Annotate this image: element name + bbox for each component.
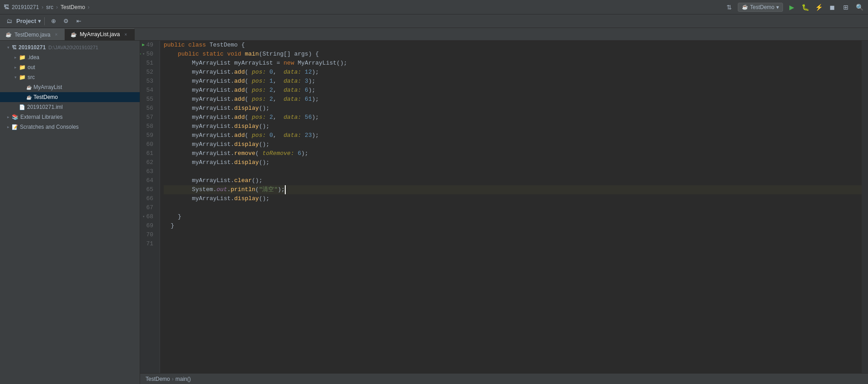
comma-55: , bbox=[273, 95, 280, 104]
brace-49: { bbox=[241, 41, 245, 50]
code-line-57: myArrayList.add( pos: 2, data: 56); bbox=[164, 113, 862, 122]
myarraylist-label: MyArrayList bbox=[33, 84, 62, 90]
line-49: ▶ 49 bbox=[140, 41, 156, 50]
method-main: main bbox=[245, 50, 259, 59]
breadcrumb-bar: TestDemo › main() bbox=[140, 373, 868, 384]
indent-62 bbox=[164, 158, 192, 167]
indent-54 bbox=[164, 86, 192, 95]
num-56-57: 56 bbox=[305, 113, 312, 122]
indent-66 bbox=[164, 194, 192, 203]
semi-52: ); bbox=[312, 68, 319, 77]
comma-57: , bbox=[273, 113, 280, 122]
bc-main[interactable]: main() bbox=[175, 376, 191, 382]
bc-sep1: › bbox=[172, 376, 174, 382]
title-file: TestDemo bbox=[61, 4, 85, 10]
code-line-53: myArrayList.add( pos: 1, data: 3); bbox=[164, 77, 862, 86]
sidebar-item-external-libs[interactable]: 📚 External Libraries bbox=[0, 112, 140, 122]
main-layout: 🏗 201910271 D:\JAVA20\201910271 📁 .idea … bbox=[0, 41, 868, 384]
tab-myarraylist[interactable]: ☕ MyArrayList.java × bbox=[65, 28, 135, 40]
coverage-button[interactable]: ⚡ bbox=[814, 2, 824, 12]
line-53: 53 bbox=[140, 77, 156, 86]
toolbar-collapse-btn[interactable]: ⇤ bbox=[73, 16, 84, 27]
sidebar: 🏗 201910271 D:\JAVA20\201910271 📁 .idea … bbox=[0, 41, 140, 384]
method-add-52: add bbox=[234, 68, 245, 77]
comma-59: , bbox=[273, 131, 280, 140]
method-display-56: display bbox=[234, 104, 259, 113]
code-line-68: } bbox=[164, 212, 862, 221]
title-src[interactable]: src bbox=[46, 4, 53, 10]
tab-myarraylist-close[interactable]: × bbox=[123, 31, 129, 37]
fold-icon-68[interactable]: ▾ bbox=[142, 212, 145, 221]
fold-icon-50[interactable]: ▾ bbox=[142, 50, 145, 59]
code-editor[interactable]: public class TestDemo { public static vo… bbox=[160, 41, 862, 373]
sidebar-item-project[interactable]: 🏗 201910271 D:\JAVA20\201910271 bbox=[0, 42, 140, 52]
run-button[interactable]: ▶ bbox=[787, 2, 797, 12]
param-toremove-61: toRemove: bbox=[262, 149, 297, 158]
param-pos-59: pos: bbox=[252, 131, 269, 140]
code-line-65: System.out.println("清空");| bbox=[164, 185, 862, 194]
method-display-58: display bbox=[234, 122, 259, 131]
search-button[interactable]: 🔍 bbox=[854, 2, 864, 12]
debug-button[interactable]: 🐛 bbox=[800, 2, 810, 12]
stop-button[interactable]: ◼ bbox=[827, 2, 837, 12]
line-69: 69 bbox=[140, 221, 156, 230]
indent-53 bbox=[164, 77, 192, 86]
run-config-selector[interactable]: ☕ TestDemo ▾ bbox=[738, 3, 783, 12]
field-out-65: out bbox=[217, 185, 227, 194]
semi-62: (); bbox=[259, 158, 269, 167]
code-line-54: myArrayList.add( pos: 2, data: 6); bbox=[164, 86, 862, 95]
code-line-69: } bbox=[164, 221, 862, 230]
title-breadcrumb: 🏗 201910271 › src › TestDemo › bbox=[4, 4, 90, 10]
sidebar-item-idea[interactable]: 📁 .idea bbox=[0, 52, 140, 62]
title-project[interactable]: 201910271 bbox=[12, 4, 39, 10]
line-numbers: ▶ 49 ▶ ▾ 50 51 52 53 54 55 56 57 58 59 6… bbox=[140, 41, 160, 373]
code-line-66: myArrayList.display(); bbox=[164, 194, 862, 203]
code-line-51: MyArrayList myArrayList = new MyArrayLis… bbox=[164, 59, 862, 68]
code-line-70 bbox=[164, 230, 862, 239]
run-arrow-49[interactable]: ▶ bbox=[142, 41, 145, 50]
code-line-59: myArrayList.add( pos: 0, data: 23); bbox=[164, 131, 862, 140]
bc-testdemo[interactable]: TestDemo bbox=[146, 376, 170, 382]
sidebar-item-out[interactable]: 📁 out bbox=[0, 62, 140, 72]
line-65: 65 bbox=[140, 185, 156, 194]
toolbar-scope-btn[interactable]: ⊕ bbox=[48, 16, 59, 27]
tabs-bar: ☕ TestDemo.java × ☕ MyArrayList.java × bbox=[0, 28, 868, 41]
kw-new-51: new bbox=[283, 59, 297, 68]
line-59: 59 bbox=[140, 131, 156, 140]
toolbar: 🗂 Project ▾ ⊕ ⚙ ⇤ bbox=[0, 14, 868, 28]
project-label[interactable]: Project bbox=[16, 18, 36, 24]
layout-button[interactable]: ⊞ bbox=[841, 2, 851, 12]
p1-54: ( bbox=[245, 86, 252, 95]
ln-66: 66 bbox=[146, 194, 153, 203]
title-sep3: › bbox=[88, 4, 90, 10]
project-view-btn[interactable]: 🗂 bbox=[4, 16, 14, 27]
kw-public-50: public bbox=[178, 50, 203, 59]
run-config-icon: ☕ bbox=[742, 4, 748, 10]
var-64: myArrayList. bbox=[192, 176, 234, 185]
sidebar-item-src[interactable]: 📁 src bbox=[0, 72, 140, 82]
num-6-61: 6 bbox=[297, 149, 301, 158]
line-66: 66 bbox=[140, 194, 156, 203]
tab-testdemo-close[interactable]: × bbox=[53, 32, 59, 38]
var-56: myArrayList. bbox=[192, 104, 234, 113]
semi-66: (); bbox=[259, 194, 269, 203]
sidebar-item-scratches[interactable]: 📝 Scratches and Consoles bbox=[0, 122, 140, 132]
var-53: myArrayList. bbox=[192, 77, 234, 86]
method-add-54: add bbox=[234, 86, 245, 95]
idea-folder-icon: 📁 bbox=[19, 54, 26, 61]
num-2-55: 2 bbox=[269, 95, 273, 104]
run-arrow-50[interactable]: ▶ bbox=[140, 50, 141, 59]
method-display-66: display bbox=[234, 194, 259, 203]
sidebar-item-iml[interactable]: 📄 201910271.iml bbox=[0, 102, 140, 112]
project-chevron[interactable]: ▾ bbox=[38, 18, 41, 24]
semi-53: ); bbox=[308, 77, 316, 86]
toolbar-gear-btn[interactable]: ⚙ bbox=[61, 16, 71, 27]
sidebar-item-testdemo[interactable]: ☕ TestDemo bbox=[0, 92, 140, 102]
param-pos-54: pos: bbox=[252, 86, 269, 95]
right-gutter bbox=[862, 41, 868, 373]
ln-71: 71 bbox=[146, 239, 153, 248]
semi-55: ); bbox=[312, 95, 319, 104]
tab-testdemo[interactable]: ☕ TestDemo.java × bbox=[0, 28, 65, 40]
sidebar-item-myarraylist[interactable]: ☕ MyArrayList bbox=[0, 82, 140, 92]
sort-icon[interactable]: ⇅ bbox=[724, 2, 734, 12]
